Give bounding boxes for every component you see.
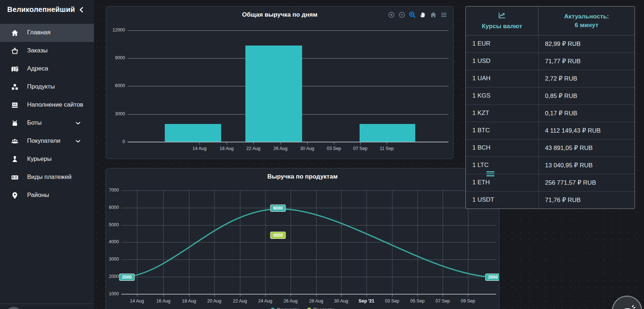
currency-row: 1 BCH43 891,05 ₽ RUB	[466, 140, 635, 157]
selection-zoom-icon[interactable]	[409, 11, 416, 18]
legend-label: Вкусности	[277, 307, 299, 309]
chevron-down-icon	[75, 120, 81, 126]
bar	[360, 124, 415, 142]
currency-rate-cell: 71,76 ₽ RUB	[545, 196, 581, 204]
column-divider	[538, 157, 539, 174]
x-axis-label: 05 Sep	[410, 299, 425, 304]
data-label-badge: 6000	[270, 205, 286, 212]
sidebar-item-label: Заказы	[27, 47, 48, 54]
y-axis-label: 6000	[106, 205, 119, 210]
laptop-code-icon	[11, 101, 19, 109]
axis-tick	[392, 295, 392, 297]
y-axis-label: 7000	[106, 188, 119, 193]
currency-rate-cell: 2,72 ₽ RUB	[545, 75, 577, 82]
axis-tick	[387, 142, 387, 145]
y-axis-label: 0	[106, 139, 125, 144]
map-marked-icon	[11, 65, 19, 73]
sidebar-item-payment-types[interactable]: Виды платежей	[0, 168, 94, 186]
sidebar-item-bots[interactable]: Боты	[0, 114, 94, 132]
x-axis-label: 03 Sep	[385, 299, 399, 304]
basket-icon	[11, 47, 19, 55]
sidebar-item-site-content[interactable]: Наполнение сайтов	[0, 96, 94, 114]
currency-rate-cell: 13 040,95 ₽ RUB	[545, 162, 593, 169]
home-icon	[11, 29, 19, 37]
x-axis-label: 20 Aug	[207, 299, 222, 304]
x-axis-label: 28 Aug	[309, 299, 323, 304]
sidebar-item-home[interactable]: Главная	[0, 24, 94, 42]
actuality-value: 6 минут	[575, 21, 598, 30]
x-axis-label: 07 Sep	[353, 146, 368, 151]
currency-rate-cell: 256 771,57 ₽ RUB	[545, 179, 596, 186]
bar	[245, 46, 302, 142]
chart-line-icon	[498, 12, 506, 21]
column-divider	[538, 174, 539, 191]
y-axis-label: 1000	[106, 291, 119, 296]
column-divider	[538, 122, 539, 139]
map-marker-icon	[11, 192, 19, 199]
y-axis-label: 9000	[106, 55, 125, 60]
currency-table-header: Курсы валют Актуальность: 6 минут	[466, 7, 635, 35]
line-series-path	[121, 190, 496, 299]
line-chart-menu-icon[interactable]	[486, 171, 494, 177]
sidebar-item-label: Адреса	[27, 65, 48, 72]
sidebar-item-orders[interactable]: Заказы	[0, 42, 94, 60]
y-axis-label: 12000	[106, 27, 125, 33]
sidebar-item-products[interactable]: Продукты	[0, 78, 94, 96]
currency-pair-cell: 1 LTC	[472, 162, 489, 169]
pan-icon[interactable]	[419, 11, 426, 18]
legend-label: Прелести	[313, 307, 334, 309]
currency-rate-cell: 71,77 ₽ RUB	[545, 57, 581, 65]
zoom-out-icon[interactable]	[398, 11, 405, 18]
currency-pair-cell: 1 ETH	[472, 179, 490, 186]
x-axis-label: 16 Aug	[156, 299, 171, 304]
zoom-in-icon[interactable]	[388, 11, 395, 18]
x-axis-label: 14 Aug	[130, 299, 144, 304]
currency-rate-cell: 82,99 ₽ RUB	[545, 40, 581, 48]
currency-pair-cell: 1 USD	[472, 57, 490, 65]
axis-tick	[316, 295, 317, 297]
currency-row: 1 USD71,77 ₽ RUB	[466, 53, 635, 70]
axis-tick	[189, 295, 189, 297]
legend-item-prelesti[interactable]: Прелести	[307, 307, 334, 309]
menu-icon[interactable]	[440, 11, 447, 18]
currency-pair-cell: 1 EUR	[472, 40, 490, 47]
sidebar-item-districts[interactable]: Районы	[0, 186, 94, 205]
currency-rate-cell: 4 112 149,43 ₽ RUB	[545, 127, 601, 134]
legend-item-vkusnosti[interactable]: Вкусности	[271, 307, 299, 309]
currency-pair-cell: 1 KGS	[472, 92, 490, 99]
currency-row: 1 EUR82,99 ₽ RUB	[466, 35, 635, 53]
boxes-icon	[11, 83, 19, 91]
sidebar-item-label: Наполнение сайтов	[27, 101, 83, 108]
x-axis-line	[128, 142, 448, 142]
sidebar-item-addresses[interactable]: Адреса	[0, 60, 94, 78]
sidebar-collapse-icon[interactable]	[78, 6, 86, 14]
currency-pair-cell: 1 USDT	[472, 196, 494, 203]
y-axis-label: 6000	[106, 83, 125, 88]
currency-header-right: Актуальность: 6 минут	[538, 7, 635, 35]
currency-rate-cell: 0,85 ₽ RUB	[545, 92, 577, 100]
reset-zoom-home-icon[interactable]	[430, 11, 437, 18]
bar	[165, 124, 221, 142]
axis-tick	[265, 295, 266, 297]
y-axis-label: 3000	[106, 111, 125, 116]
column-divider	[538, 192, 539, 209]
axis-tick	[360, 142, 361, 145]
legend-marker	[307, 308, 311, 309]
gridline	[128, 30, 448, 31]
axis-tick	[240, 295, 240, 297]
chart-toolbar	[388, 11, 447, 18]
currency-rates-card: Курсы валют Актуальность: 6 минут 1 EUR8…	[465, 6, 635, 209]
revenue-by-products-panel: Выручка по продуктам 7000 6000 5000 4000…	[106, 168, 499, 309]
axis-tick	[227, 142, 227, 145]
sidebar-item-buyers[interactable]: Покупатели	[0, 132, 94, 150]
sidebar-item-label: Главная	[27, 29, 51, 36]
avatar[interactable]	[5, 307, 22, 309]
chat-button[interactable]	[612, 296, 642, 309]
y-axis-label: 5000	[106, 222, 119, 227]
legend-marker	[271, 308, 275, 309]
currency-row: 1 ETH256 771,57 ₽ RUB	[466, 174, 635, 192]
sidebar-item-couriers[interactable]: Курьеры	[0, 150, 94, 168]
axis-tick	[468, 295, 468, 297]
x-axis-label: 26 Aug	[274, 146, 288, 151]
robot-icon	[11, 119, 19, 127]
